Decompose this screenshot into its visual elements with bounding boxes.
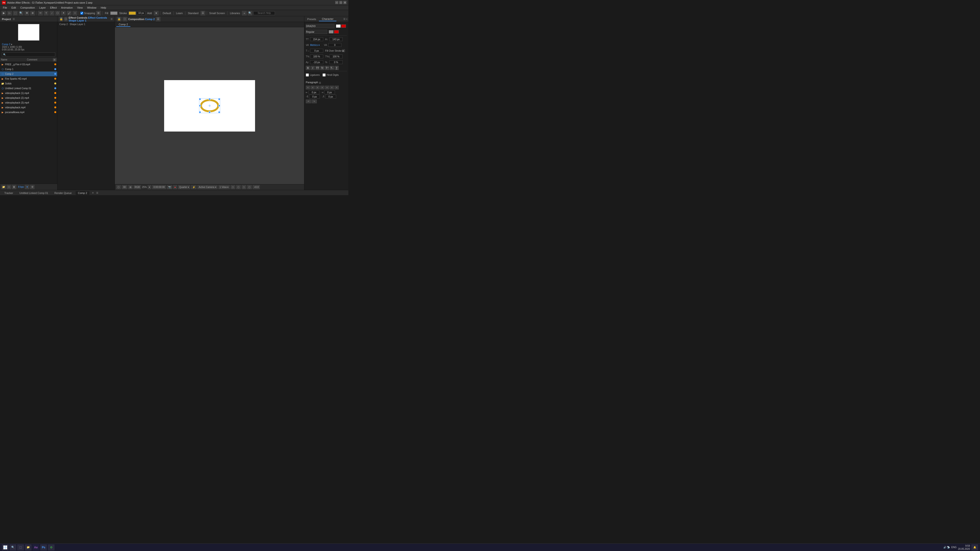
handle-bl[interactable] — [199, 111, 201, 113]
comp-draft-btn[interactable]: ⬡ — [123, 17, 127, 22]
font-size-input[interactable] — [310, 37, 323, 41]
comp-record-btn[interactable]: ● — [173, 185, 177, 189]
tool-text[interactable]: T — [44, 11, 49, 16]
tool-pen[interactable]: ✏ — [38, 11, 43, 16]
text-color-swatch[interactable] — [336, 24, 341, 28]
right-panel-menu[interactable]: ☰ » — [342, 18, 348, 20]
tab-render-queue[interactable]: Render Queue — [52, 191, 74, 195]
project-list-add[interactable]: ⊞ — [53, 58, 56, 62]
comp-fast-preview[interactable]: ⚡ — [191, 185, 196, 189]
project-search-input[interactable] — [2, 52, 55, 57]
tool-play[interactable]: ▷ — [7, 11, 12, 16]
delete-btn[interactable]: 🗑 — [12, 185, 16, 189]
effect-comp-btn[interactable]: ⬡ — [64, 17, 68, 22]
tool-stamp[interactable]: ⬡ — [55, 11, 60, 16]
text-fill-swatch[interactable] — [329, 30, 334, 33]
align-center-btn[interactable]: ≡ — [310, 86, 315, 89]
file-item-росапайlowa.mp4[interactable]: ▶росапайlowa.mp4 — [0, 110, 57, 114]
timeline-menu[interactable]: ☰ — [96, 192, 98, 194]
fill-stroke-toggle[interactable]: ▾ — [342, 49, 345, 52]
standard-menu[interactable]: ☰ — [200, 11, 205, 16]
zoom-btn[interactable]: ▾ — [148, 185, 151, 189]
comp-grid-btn[interactable]: ⊞ — [128, 185, 132, 189]
justify-right-btn[interactable]: ≡ — [330, 86, 334, 89]
tool-camera[interactable]: ⊕ — [30, 11, 35, 16]
menu-layer[interactable]: Layer — [37, 6, 48, 10]
menu-animation[interactable]: Animation — [59, 6, 75, 10]
font-style-input[interactable] — [306, 30, 327, 34]
menu-file[interactable]: File — [1, 6, 9, 10]
underline-btn[interactable]: T — [334, 66, 339, 70]
handle-tc[interactable] — [208, 98, 210, 100]
comp-3d-btn[interactable]: 3D — [122, 185, 127, 189]
tool-puppet[interactable]: ⊹ — [73, 11, 77, 16]
space-before-input[interactable] — [309, 95, 320, 98]
file-item-solids[interactable]: 📁Solids — [0, 81, 57, 86]
align-left-btn[interactable]: ≡ — [306, 86, 310, 89]
fill-color-box[interactable] — [110, 11, 118, 15]
handle-br[interactable] — [218, 111, 220, 113]
paragraph-menu[interactable]: ☰ — [319, 81, 321, 84]
project-panel-menu[interactable]: ☰ — [13, 18, 15, 20]
close-button[interactable]: ✕ — [343, 1, 347, 4]
menu-effect[interactable]: Effect — [48, 6, 59, 10]
tab-character[interactable]: Character — [319, 17, 336, 21]
leading-input[interactable] — [329, 37, 343, 41]
resolution-btn[interactable]: Quarter ▾ — [178, 185, 191, 189]
justify-btn[interactable]: ≡ — [320, 86, 325, 89]
comp-panel-menu[interactable]: ☰ — [156, 17, 161, 22]
handle-tr[interactable] — [218, 98, 220, 100]
effect-lock-btn[interactable]: 🔒 — [59, 17, 63, 22]
file-item-videoplayback-(3).mp4[interactable]: ▶videoplayback (3).mp4 — [0, 100, 57, 105]
menu-help[interactable]: Help — [99, 6, 108, 10]
justify-all-btn[interactable]: ≡ — [334, 86, 339, 89]
comp-lock-btn[interactable]: 🔒 — [117, 17, 121, 22]
tool-zoom[interactable]: 🔍 — [19, 11, 24, 16]
tracking-input[interactable] — [328, 43, 341, 47]
comp-reset-btn[interactable]: ⬡ — [247, 185, 252, 189]
maximize-button[interactable]: □ — [339, 1, 342, 4]
space-after-input[interactable] — [325, 95, 336, 98]
snapping-checkbox[interactable]: Snapping — [80, 12, 95, 14]
comp-tab-comp2[interactable]: Comp 2 — [116, 22, 130, 27]
file-item-videoplayback-(2).mp4[interactable]: ▶videoplayback (2).mp4 — [0, 95, 57, 100]
comp-offset-btn[interactable]: +0.0 — [253, 185, 260, 189]
tab-presets[interactable]: Presets — [304, 17, 319, 21]
burasagari-btn[interactable]: ↷ — [312, 100, 317, 103]
minimize-button[interactable]: ─ — [335, 1, 338, 4]
bpc-btn[interactable]: ▾ — [25, 185, 29, 189]
comp-preview-btn[interactable]: ⬡ — [116, 185, 121, 189]
h-scale-input[interactable] — [310, 54, 323, 58]
active-camera-btn[interactable]: Active Camera ▾ — [197, 185, 217, 189]
tool-brush[interactable]: / — [49, 11, 54, 16]
toolbar-extra-1[interactable]: ⊞ — [96, 11, 101, 16]
tool-roto[interactable]: 🖊 — [67, 11, 72, 16]
tool-select[interactable]: ▶ — [2, 11, 6, 16]
comp-camera-btn[interactable]: 📷 — [167, 185, 172, 189]
comp-timecode-display[interactable]: 0:00:00:00 — [152, 185, 166, 189]
bold-btn[interactable]: B — [306, 66, 310, 70]
align-right-btn[interactable]: ≡ — [315, 86, 320, 89]
tool-shape[interactable]: ✦ — [61, 11, 66, 16]
new-folder-btn[interactable]: 📁 — [2, 185, 6, 189]
stroke-color-box[interactable] — [129, 11, 136, 15]
timeline-close[interactable]: ✕ — [92, 192, 94, 194]
justify-center-btn[interactable]: ≡ — [325, 86, 329, 89]
effect-panel-menu[interactable]: ☰ — [111, 18, 113, 20]
comp-viewer[interactable] — [115, 27, 304, 184]
handle-bc[interactable] — [208, 111, 210, 113]
file-item-fire-sparks-hd.mp4[interactable]: ▶Fire Sparks HD.mp4 — [0, 76, 57, 81]
new-comp-btn[interactable]: ⬡ — [7, 185, 11, 189]
sub-btn[interactable]: T₋ — [330, 66, 334, 70]
file-item-videoplayback.mp4[interactable]: ▶videoplayback.mp4 — [0, 105, 57, 110]
tool-hand[interactable]: ✥ — [24, 11, 29, 16]
file-item-free-_g-fire-#-03.mp4[interactable]: ▶FREE _g Fire # 03.mp4 — [0, 62, 57, 67]
menu-window[interactable]: Window — [85, 6, 98, 10]
stroke-width-input[interactable] — [137, 11, 145, 15]
tab-tracker[interactable]: Tracker — [2, 191, 16, 195]
menu-view[interactable]: View — [75, 6, 85, 10]
text-color-swatch-2[interactable] — [341, 24, 346, 28]
file-item-comp-1[interactable]: ⬡Comp 1 — [0, 67, 57, 71]
hindi-digits-checkbox[interactable] — [323, 73, 326, 76]
tool-rect[interactable]: ⬚ — [13, 11, 18, 16]
